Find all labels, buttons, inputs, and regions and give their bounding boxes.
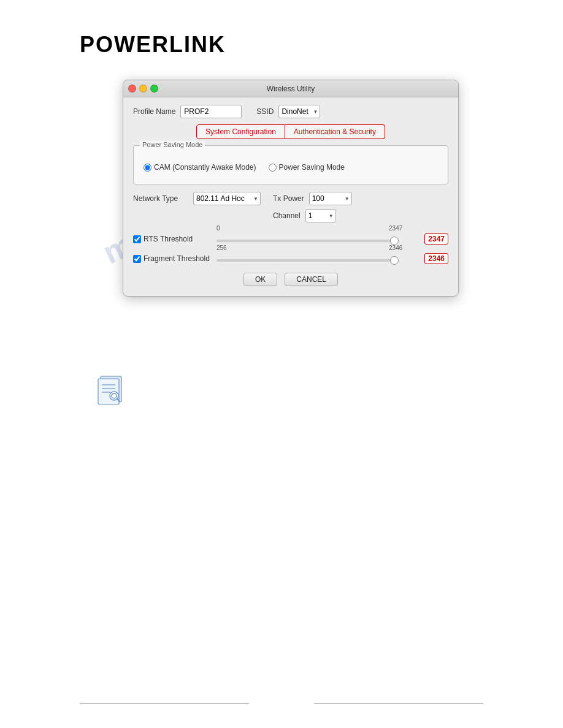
tx-power-select[interactable]: 100 [309, 192, 352, 205]
traffic-lights [128, 85, 158, 93]
network-type-select[interactable]: 802.11 Ad Hoc [193, 192, 261, 205]
ssid-select[interactable]: DinoNet [278, 105, 320, 118]
network-type-select-wrapper: 802.11 Ad Hoc [193, 192, 261, 205]
rts-slider-container: 0 2347 [216, 233, 421, 245]
tx-power-label: Tx Power [273, 194, 304, 203]
tab-system-configuration[interactable]: System Configuration [196, 124, 285, 139]
rts-label: RTS Threshold [144, 235, 193, 243]
fragment-slider[interactable] [216, 259, 399, 262]
power-saving-legend: Power Saving Mode [140, 141, 205, 148]
network-type-label: Network Type [133, 194, 188, 203]
channel-row: Channel 1 [273, 209, 352, 222]
channel-select-wrapper: 1 [305, 209, 336, 222]
radio-row: CAM (Constantly Awake Mode) Power Saving… [141, 158, 440, 176]
minimize-button[interactable] [139, 85, 147, 93]
rts-checkbox[interactable] [133, 235, 141, 243]
cam-radio[interactable] [144, 164, 151, 172]
tab-authentication-security[interactable]: Authentication & Security [285, 124, 385, 139]
power-saving-group: Power Saving Mode CAM (Constantly Awake … [133, 145, 448, 184]
fragment-threshold-row: Fragment Threshold 256 2346 2346 [133, 253, 448, 264]
rts-max-label: 2347 [389, 225, 402, 232]
ssid-select-wrapper: DinoNet [278, 105, 320, 118]
tx-power-select-wrapper: 100 [309, 192, 352, 205]
maximize-button[interactable] [150, 85, 158, 93]
fragment-label: Fragment Threshold [144, 254, 210, 263]
network-type-row: Network Type 802.11 Ad Hoc [133, 192, 261, 205]
psm-radio-label[interactable]: Power Saving Mode [269, 163, 345, 172]
fragment-checkbox-label[interactable]: Fragment Threshold [133, 254, 213, 263]
profile-row: Profile Name SSID DinoNet [133, 105, 448, 118]
psm-radio[interactable] [269, 164, 277, 172]
fragment-slider-container: 256 2346 [216, 253, 421, 264]
buttons-row: OK CANCEL [133, 273, 448, 286]
tx-channel-col: Tx Power 100 Channel 1 [273, 192, 352, 222]
rts-slider[interactable] [216, 240, 399, 242]
fragment-value: 2346 [424, 253, 448, 264]
wireless-utility-window: Wireless Utility Profile Name SSID DinoN… [123, 80, 459, 297]
rts-checkbox-label[interactable]: RTS Threshold [133, 235, 213, 243]
bottom-lines [80, 703, 483, 703]
rts-min-label: 0 [216, 225, 220, 232]
profile-name-label: Profile Name [133, 107, 175, 116]
window-content: Profile Name SSID DinoNet System Configu… [123, 97, 458, 296]
tabs-row: System Configuration Authentication & Se… [133, 124, 448, 139]
cam-radio-text: CAM (Constantly Awake Mode) [154, 163, 256, 172]
bottom-line-right [314, 703, 483, 703]
profile-name-input[interactable] [180, 105, 242, 118]
tx-power-row: Tx Power 100 [273, 192, 352, 205]
powerlink-logo: POWERLINK [80, 32, 226, 57]
rts-threshold-row: RTS Threshold 0 2347 2347 [133, 233, 448, 245]
window-title: Wireless Utility [267, 85, 315, 93]
channel-select[interactable]: 1 [305, 209, 336, 222]
fragment-min-label: 256 [216, 245, 227, 251]
ssid-label: SSID [256, 107, 274, 116]
cam-radio-label[interactable]: CAM (Constantly Awake Mode) [144, 163, 256, 172]
psm-radio-text: Power Saving Mode [279, 163, 345, 172]
title-bar: Wireless Utility [123, 80, 458, 97]
logo-area: POWERLINK [80, 32, 226, 58]
network-type-section: Network Type 802.11 Ad Hoc Tx Power 100 [133, 192, 448, 222]
ok-button[interactable]: OK [243, 273, 277, 286]
bottom-line-left [80, 703, 249, 703]
fragment-max-label: 2346 [389, 245, 402, 251]
cancel-button[interactable]: CANCEL [285, 273, 338, 286]
document-icon[interactable] [97, 374, 125, 406]
close-button[interactable] [128, 85, 136, 93]
fragment-checkbox[interactable] [133, 255, 141, 263]
rts-value: 2347 [424, 233, 448, 245]
channel-label: Channel [273, 211, 301, 220]
